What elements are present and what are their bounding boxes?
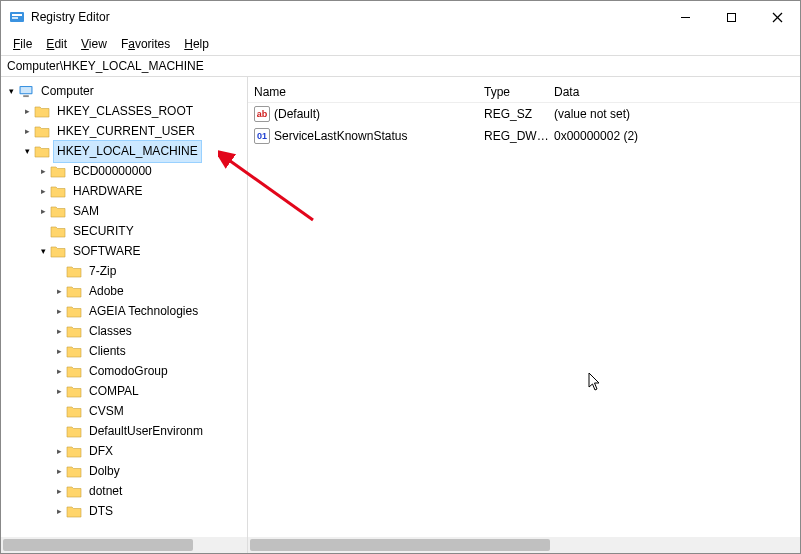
- tree-item-label: DefaultUserEnvironm: [86, 421, 206, 442]
- tree-item-label: SOFTWARE: [70, 241, 144, 262]
- value-type: REG_SZ: [484, 107, 554, 121]
- close-button[interactable]: [754, 1, 800, 33]
- window-title: Registry Editor: [31, 10, 110, 24]
- folder-icon: [66, 503, 82, 519]
- chevron-right-icon[interactable]: ▸: [53, 282, 66, 301]
- tree-sam[interactable]: ▸SAM: [1, 201, 247, 221]
- maximize-button[interactable]: [708, 1, 754, 33]
- tree-comodo[interactable]: ▸ComodoGroup: [1, 361, 247, 381]
- tree-item-label: COMPAL: [86, 381, 142, 402]
- tree-adobe[interactable]: ▸Adobe: [1, 281, 247, 301]
- menu-help[interactable]: Help: [178, 35, 215, 53]
- tree-hardware[interactable]: ▸HARDWARE: [1, 181, 247, 201]
- chevron-down-icon[interactable]: ▾: [5, 82, 18, 101]
- tree-compal[interactable]: ▸COMPAL: [1, 381, 247, 401]
- tree-hkcr[interactable]: ▸HKEY_CLASSES_ROOT: [1, 101, 247, 121]
- chevron-down-icon[interactable]: ▾: [21, 142, 34, 161]
- list-body: ab(Default)REG_SZ(value not set)01Servic…: [248, 103, 800, 147]
- tree-item-label: Adobe: [86, 281, 127, 302]
- tree-classes[interactable]: ▸Classes: [1, 321, 247, 341]
- tree-cvsm[interactable]: CVSM: [1, 401, 247, 421]
- tree-dts[interactable]: ▸DTS: [1, 501, 247, 521]
- folder-icon: [66, 303, 82, 319]
- chevron-right-icon[interactable]: ▸: [53, 322, 66, 341]
- folder-icon: [66, 363, 82, 379]
- tree-item-label: HKEY_LOCAL_MACHINE: [54, 141, 201, 162]
- tree-item-label: ComodoGroup: [86, 361, 171, 382]
- folder-icon: [66, 343, 82, 359]
- tree-hklm[interactable]: ▾HKEY_LOCAL_MACHINE: [1, 141, 247, 161]
- folder-icon: [34, 143, 50, 159]
- col-header-name[interactable]: Name: [254, 85, 484, 99]
- folder-icon: [66, 283, 82, 299]
- menu-edit[interactable]: Edit: [40, 35, 73, 53]
- folder-icon: [50, 163, 66, 179]
- chevron-down-icon[interactable]: ▾: [37, 242, 50, 261]
- tree-security[interactable]: SECURITY: [1, 221, 247, 241]
- tree-item-label: Dolby: [86, 461, 123, 482]
- minimize-button[interactable]: [662, 1, 708, 33]
- list-row[interactable]: ab(Default)REG_SZ(value not set): [248, 103, 800, 125]
- tree-item-label: DTS: [86, 501, 116, 522]
- list-pane: Name Type Data ab(Default)REG_SZ(value n…: [248, 77, 800, 553]
- tree-item-label: SAM: [70, 201, 102, 222]
- value-name: (Default): [274, 107, 320, 121]
- chevron-right-icon[interactable]: ▸: [53, 502, 66, 521]
- tree-h-scrollbar[interactable]: [1, 537, 247, 553]
- tree-dotnet[interactable]: ▸dotnet: [1, 481, 247, 501]
- tree-item-label: Computer: [38, 81, 97, 102]
- tree-7zip[interactable]: 7-Zip: [1, 261, 247, 281]
- content-area: ▾Computer▸HKEY_CLASSES_ROOT▸HKEY_CURRENT…: [1, 77, 800, 553]
- address-path: Computer\HKEY_LOCAL_MACHINE: [7, 59, 204, 73]
- titlebar: Registry Editor: [1, 1, 800, 33]
- dword-value-icon: 01: [254, 128, 270, 144]
- list-row[interactable]: 01ServiceLastKnownStatusREG_DW…0x0000000…: [248, 125, 800, 147]
- chevron-right-icon[interactable]: ▸: [21, 122, 34, 141]
- chevron-right-icon[interactable]: ▸: [21, 102, 34, 121]
- tree-dolby[interactable]: ▸Dolby: [1, 461, 247, 481]
- folder-icon: [66, 263, 82, 279]
- svg-rect-1: [12, 14, 22, 16]
- tree-item-label: HKEY_CLASSES_ROOT: [54, 101, 196, 122]
- registry-tree[interactable]: ▾Computer▸HKEY_CLASSES_ROOT▸HKEY_CURRENT…: [1, 81, 247, 521]
- chevron-right-icon[interactable]: ▸: [53, 382, 66, 401]
- tree-bcd[interactable]: ▸BCD00000000: [1, 161, 247, 181]
- chevron-right-icon[interactable]: ▸: [53, 482, 66, 501]
- chevron-right-icon[interactable]: ▸: [37, 162, 50, 181]
- tree-dfx[interactable]: ▸DFX: [1, 441, 247, 461]
- col-header-type[interactable]: Type: [484, 85, 554, 99]
- folder-icon: [66, 463, 82, 479]
- menu-favorites[interactable]: Favorites: [115, 35, 176, 53]
- folder-icon: [66, 423, 82, 439]
- tree-item-label: SECURITY: [70, 221, 137, 242]
- value-data: 0x00000002 (2): [554, 129, 800, 143]
- tree-computer[interactable]: ▾Computer: [1, 81, 247, 101]
- tree-item-label: AGEIA Technologies: [86, 301, 201, 322]
- svg-rect-8: [21, 87, 32, 93]
- address-bar[interactable]: Computer\HKEY_LOCAL_MACHINE: [1, 55, 800, 77]
- folder-icon: [66, 323, 82, 339]
- svg-rect-4: [727, 13, 735, 21]
- chevron-right-icon[interactable]: ▸: [53, 462, 66, 481]
- chevron-right-icon[interactable]: ▸: [37, 202, 50, 221]
- tree-item-label: dotnet: [86, 481, 125, 502]
- chevron-right-icon[interactable]: ▸: [53, 362, 66, 381]
- chevron-right-icon[interactable]: ▸: [53, 302, 66, 321]
- menu-bar: File Edit View Favorites Help: [1, 33, 800, 55]
- tree-clients[interactable]: ▸Clients: [1, 341, 247, 361]
- list-h-scrollbar[interactable]: [248, 537, 800, 553]
- tree-item-label: CVSM: [86, 401, 127, 422]
- menu-file[interactable]: File: [7, 35, 38, 53]
- list-header[interactable]: Name Type Data: [248, 81, 800, 103]
- chevron-right-icon[interactable]: ▸: [37, 182, 50, 201]
- tree-ageia[interactable]: ▸AGEIA Technologies: [1, 301, 247, 321]
- chevron-right-icon[interactable]: ▸: [53, 342, 66, 361]
- chevron-right-icon[interactable]: ▸: [53, 442, 66, 461]
- tree-hkcu[interactable]: ▸HKEY_CURRENT_USER: [1, 121, 247, 141]
- col-header-data[interactable]: Data: [554, 85, 800, 99]
- tree-defuser[interactable]: DefaultUserEnvironm: [1, 421, 247, 441]
- folder-icon: [66, 383, 82, 399]
- menu-view[interactable]: View: [75, 35, 113, 53]
- tree-software[interactable]: ▾SOFTWARE: [1, 241, 247, 261]
- svg-rect-9: [23, 95, 29, 97]
